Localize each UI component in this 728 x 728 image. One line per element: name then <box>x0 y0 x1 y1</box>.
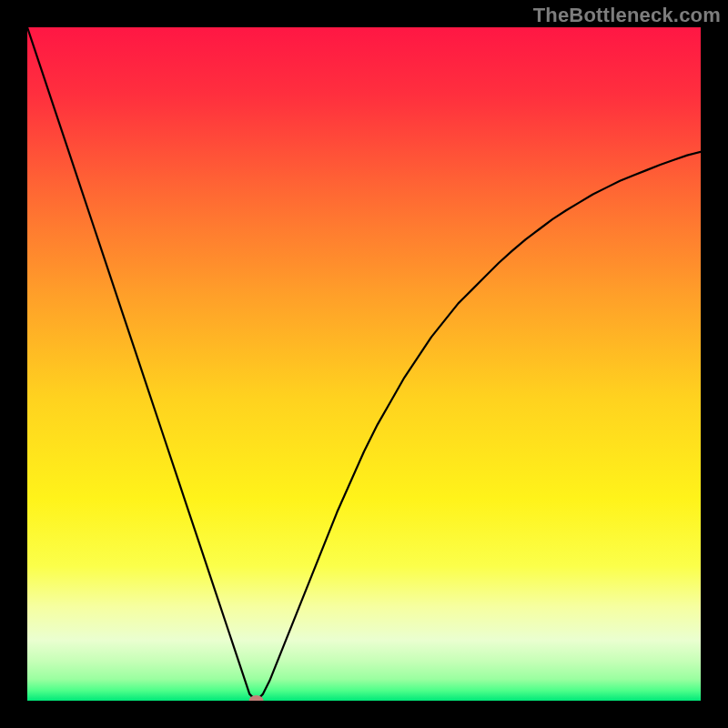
plot-background <box>27 27 701 701</box>
chart-frame: TheBottleneck.com <box>0 0 728 728</box>
plot-area <box>27 27 701 701</box>
watermark-text: TheBottleneck.com <box>533 4 721 27</box>
chart-svg <box>27 27 701 701</box>
